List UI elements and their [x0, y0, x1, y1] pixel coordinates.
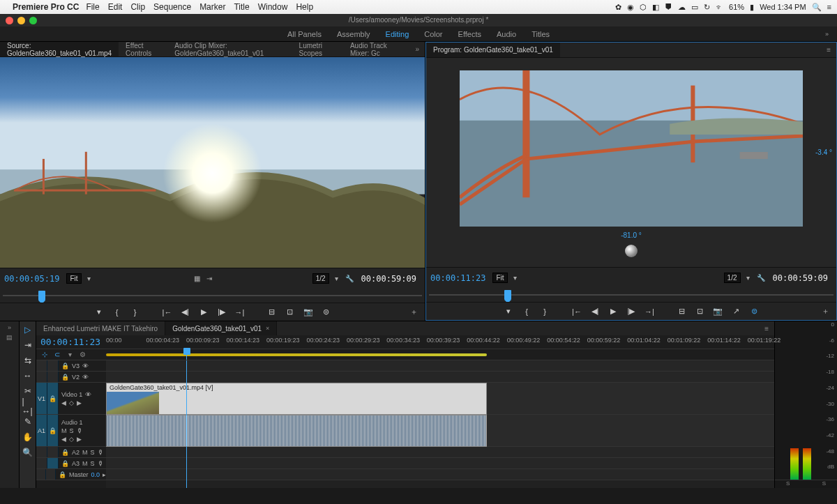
- tab-audio-track-mixer[interactable]: Audio Track Mixer: Gc: [343, 42, 410, 56]
- marker-icon[interactable]: ▾: [66, 351, 74, 359]
- track-master[interactable]: 🔒Master0.0▸: [36, 469, 106, 480]
- hand-tool-icon[interactable]: ✋: [22, 432, 33, 443]
- ws-color[interactable]: Color: [424, 30, 442, 38]
- marker-icon[interactable]: ▾: [93, 306, 105, 319]
- add-button-icon[interactable]: ＋: [410, 307, 418, 317]
- track-v1[interactable]: V1🔒Video 1👁◀◇▶: [36, 383, 106, 415]
- program-scrubber[interactable]: [426, 288, 836, 302]
- panel-menu-icon[interactable]: ≡: [821, 46, 836, 54]
- export-frame-icon[interactable]: 📷: [711, 305, 724, 318]
- tab-program[interactable]: Program: GoldenGate360_take01_v01: [426, 43, 560, 57]
- step-back-icon[interactable]: ◀|: [589, 305, 601, 318]
- menu-window[interactable]: Window: [258, 2, 288, 12]
- wrench-icon[interactable]: 🔧: [345, 274, 354, 284]
- chevron-down-icon[interactable]: ▾: [332, 274, 342, 284]
- close-button[interactable]: [6, 17, 13, 24]
- timeline-tc[interactable]: 00:00:11:23: [40, 337, 100, 347]
- go-out-icon[interactable]: →|: [643, 305, 656, 318]
- ws-editing[interactable]: Editing: [386, 30, 409, 38]
- dropbox-icon[interactable]: ⬡: [640, 3, 647, 12]
- lift-icon[interactable]: ⊟: [675, 305, 688, 318]
- export-icon[interactable]: ↗: [730, 305, 742, 318]
- vr-icon[interactable]: ⊜: [748, 305, 760, 318]
- wrench-icon[interactable]: 🔧: [756, 273, 766, 283]
- seq-tab-2[interactable]: GoldenGate360_take01_v01×: [165, 321, 277, 335]
- ws-overflow[interactable]: »: [825, 31, 829, 38]
- rate-tool-icon[interactable]: ↔: [22, 370, 33, 381]
- time-ruler[interactable]: 00:0000:00:04:2300:00:09:2300:00:14:2300…: [106, 335, 774, 349]
- overlay-icon[interactable]: ⇥: [204, 274, 214, 284]
- source-res[interactable]: 1/2: [312, 273, 329, 284]
- battery-icon[interactable]: ▮: [750, 3, 754, 12]
- link-icon[interactable]: ⊂: [53, 351, 61, 359]
- marker-icon[interactable]: ▾: [502, 305, 515, 318]
- status-icon[interactable]: ⛊: [665, 3, 672, 11]
- insert-icon[interactable]: ⊟: [266, 306, 278, 319]
- status-icon[interactable]: ☁: [678, 3, 686, 12]
- maximize-button[interactable]: [29, 17, 37, 24]
- program-res[interactable]: 1/2: [724, 273, 741, 283]
- zoom-tool-icon[interactable]: 🔍: [22, 447, 33, 458]
- step-fwd-icon[interactable]: |▶: [625, 305, 638, 318]
- in-point-icon[interactable]: {: [111, 306, 123, 319]
- source-monitor[interactable]: [0, 57, 425, 268]
- play-icon[interactable]: ▶: [197, 306, 210, 319]
- razor-tool-icon[interactable]: ✂: [22, 385, 33, 397]
- go-in-icon[interactable]: |←: [161, 306, 174, 319]
- in-point-icon[interactable]: {: [520, 305, 533, 318]
- app-name[interactable]: Premiere Pro CC: [13, 2, 79, 12]
- status-icon[interactable]: ◉: [627, 3, 634, 12]
- ws-assembly[interactable]: Assembly: [337, 30, 370, 38]
- source-zoom-fit[interactable]: Fit: [66, 273, 81, 284]
- ripple-tool-icon[interactable]: ⇆: [22, 355, 33, 366]
- ws-all-panels[interactable]: All Panels: [287, 30, 322, 38]
- export-frame-icon[interactable]: 📷: [302, 306, 315, 319]
- program-monitor[interactable]: -3.4 ° -81.0 °: [426, 58, 836, 267]
- play-icon[interactable]: ▶: [607, 305, 619, 318]
- status-icon[interactable]: ✿: [615, 3, 621, 12]
- solo-r[interactable]: S: [822, 480, 826, 488]
- track-a2[interactable]: 🔒A2MS🎙: [36, 447, 106, 458]
- panel-overflow[interactable]: »: [409, 45, 425, 53]
- program-tc-out[interactable]: 00:00:59:09: [773, 273, 828, 283]
- step-fwd-icon[interactable]: |▶: [216, 306, 228, 319]
- spotlight-icon[interactable]: 🔍: [812, 3, 822, 12]
- ws-effects[interactable]: Effects: [458, 30, 481, 38]
- wifi-icon[interactable]: ᯤ: [716, 3, 723, 11]
- go-in-icon[interactable]: |←: [571, 305, 583, 318]
- source-scrubber[interactable]: [0, 289, 425, 303]
- source-playhead[interactable]: [38, 291, 45, 300]
- ws-titles[interactable]: Titles: [531, 30, 550, 38]
- ws-audio[interactable]: Audio: [497, 30, 516, 38]
- chevron-down-icon[interactable]: ▾: [84, 274, 94, 284]
- minimize-button[interactable]: [17, 17, 25, 24]
- track-v2[interactable]: 🔒V2👁: [36, 372, 106, 383]
- snap-icon[interactable]: ⊹: [40, 351, 49, 359]
- cc-icon[interactable]: ◧: [652, 3, 659, 12]
- tab-effect-controls[interactable]: Effect Controls: [119, 42, 167, 56]
- timeline-playhead[interactable]: [186, 349, 187, 360]
- clock[interactable]: Wed 1:34 PM: [760, 3, 806, 11]
- overwrite-icon[interactable]: ⊡: [284, 306, 296, 319]
- add-button-icon[interactable]: ＋: [822, 306, 829, 316]
- sync-icon[interactable]: ↻: [704, 3, 710, 12]
- source-tc-out[interactable]: 00:00:59:09: [361, 274, 416, 284]
- audio-clip[interactable]: [106, 415, 487, 447]
- chevron-down-icon[interactable]: ▾: [744, 273, 753, 283]
- track-body[interactable]: GoldenGate360_take01_v01.mp4 [V]: [106, 360, 774, 488]
- menu-edit[interactable]: Edit: [108, 2, 123, 12]
- solo-l[interactable]: S: [786, 480, 790, 488]
- selection-tool-icon[interactable]: ▷: [22, 324, 33, 335]
- extract-icon[interactable]: ⊡: [693, 305, 706, 318]
- chevron-icon[interactable]: »: [8, 324, 11, 331]
- tab-lumetri-scopes[interactable]: Lumetri Scopes: [292, 42, 343, 56]
- menu-help[interactable]: Help: [296, 2, 313, 12]
- program-zoom-fit[interactable]: Fit: [492, 273, 507, 283]
- video-clip[interactable]: GoldenGate360_take01_v01.mp4 [V]: [106, 383, 487, 415]
- menu-marker[interactable]: Marker: [199, 2, 225, 12]
- tab-audio-clip-mixer[interactable]: Audio Clip Mixer: GoldenGate360_take01_v…: [167, 42, 292, 56]
- pen-tool-icon[interactable]: ✎: [22, 416, 33, 427]
- track-a1[interactable]: A1🔒Audio 1MS🎙◀◇▶: [36, 415, 106, 447]
- close-icon[interactable]: ×: [266, 325, 269, 332]
- seq-tab-1[interactable]: Enhanced Lumetri MAKE IT Takehiro: [36, 321, 165, 335]
